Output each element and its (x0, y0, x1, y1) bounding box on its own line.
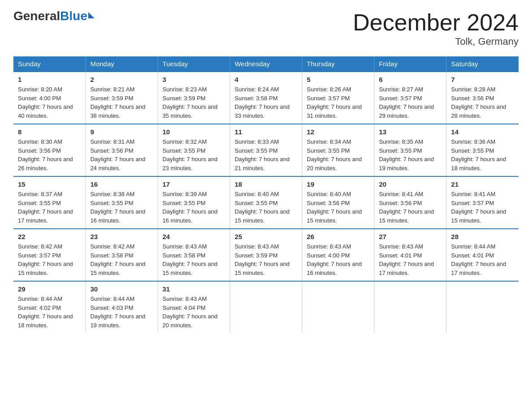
day-number: 26 (307, 233, 369, 240)
weekday-header-friday: Friday (374, 56, 446, 72)
day-number: 12 (307, 128, 369, 136)
day-number: 5 (307, 76, 369, 83)
day-info: Sunrise: 8:20 AMSunset: 4:00 PMDaylight:… (18, 85, 81, 120)
day-info: Sunrise: 8:36 AMSunset: 3:55 PMDaylight:… (451, 137, 514, 172)
day-number: 14 (451, 128, 514, 136)
calendar-week-row: 29 Sunrise: 8:44 AMSunset: 4:02 PMDaylig… (13, 281, 519, 333)
day-number: 21 (451, 180, 514, 188)
day-number: 4 (235, 76, 297, 83)
day-number: 6 (379, 76, 442, 83)
day-info: Sunrise: 8:38 AMSunset: 3:55 PMDaylight:… (90, 190, 153, 225)
day-number: 31 (163, 285, 225, 293)
calendar-cell: 18 Sunrise: 8:40 AMSunset: 3:55 PMDaylig… (230, 176, 302, 229)
calendar-cell: 14 Sunrise: 8:36 AMSunset: 3:55 PMDaylig… (446, 124, 519, 176)
day-number: 18 (235, 180, 297, 188)
calendar-week-row: 1 Sunrise: 8:20 AMSunset: 4:00 PMDayligh… (13, 72, 519, 124)
day-number: 11 (235, 128, 297, 136)
day-number: 20 (379, 180, 442, 188)
calendar-cell: 5 Sunrise: 8:26 AMSunset: 3:57 PMDayligh… (302, 72, 374, 124)
logo-blue-text: Blue (60, 9, 87, 23)
day-number: 23 (90, 233, 153, 240)
day-info: Sunrise: 8:41 AMSunset: 3:57 PMDaylight:… (451, 190, 514, 225)
calendar-cell (230, 281, 302, 333)
logo-blue-box: Blue (60, 9, 94, 23)
day-number: 8 (18, 128, 81, 136)
calendar-cell: 17 Sunrise: 8:39 AMSunset: 3:55 PMDaylig… (158, 176, 230, 229)
day-info: Sunrise: 8:42 AMSunset: 3:58 PMDaylight:… (90, 242, 153, 277)
calendar-cell: 8 Sunrise: 8:30 AMSunset: 3:56 PMDayligh… (13, 124, 86, 176)
calendar-cell: 15 Sunrise: 8:37 AMSunset: 3:55 PMDaylig… (13, 176, 86, 229)
calendar-cell: 6 Sunrise: 8:27 AMSunset: 3:57 PMDayligh… (374, 72, 446, 124)
day-info: Sunrise: 8:44 AMSunset: 4:02 PMDaylight:… (18, 295, 81, 330)
day-number: 30 (90, 285, 153, 293)
location-label: Tolk, Germany (353, 36, 519, 47)
calendar-week-row: 15 Sunrise: 8:37 AMSunset: 3:55 PMDaylig… (13, 176, 519, 229)
day-info: Sunrise: 8:37 AMSunset: 3:55 PMDaylight:… (18, 190, 81, 225)
calendar-cell: 25 Sunrise: 8:43 AMSunset: 3:59 PMDaylig… (230, 229, 302, 281)
day-info: Sunrise: 8:39 AMSunset: 3:55 PMDaylight:… (163, 190, 225, 225)
weekday-header-monday: Monday (86, 56, 158, 72)
day-number: 25 (235, 233, 297, 240)
calendar-cell (374, 281, 446, 333)
calendar-cell: 31 Sunrise: 8:43 AMSunset: 4:04 PMDaylig… (158, 281, 230, 333)
calendar-cell: 1 Sunrise: 8:20 AMSunset: 4:00 PMDayligh… (13, 72, 86, 124)
calendar-cell: 12 Sunrise: 8:34 AMSunset: 3:55 PMDaylig… (302, 124, 374, 176)
title-block: December 2024 Tolk, Germany (353, 9, 519, 47)
day-number: 28 (451, 233, 514, 240)
day-number: 22 (18, 233, 81, 240)
weekday-header-wednesday: Wednesday (230, 56, 302, 72)
day-number: 17 (163, 180, 225, 188)
day-info: Sunrise: 8:41 AMSunset: 3:56 PMDaylight:… (379, 190, 442, 225)
calendar-cell: 29 Sunrise: 8:44 AMSunset: 4:02 PMDaylig… (13, 281, 86, 333)
day-number: 15 (18, 180, 81, 188)
calendar-cell: 24 Sunrise: 8:43 AMSunset: 3:58 PMDaylig… (158, 229, 230, 281)
calendar-cell: 13 Sunrise: 8:35 AMSunset: 3:55 PMDaylig… (374, 124, 446, 176)
day-number: 27 (379, 233, 442, 240)
calendar-cell: 21 Sunrise: 8:41 AMSunset: 3:57 PMDaylig… (446, 176, 519, 229)
day-info: Sunrise: 8:21 AMSunset: 3:59 PMDaylight:… (90, 85, 153, 120)
day-info: Sunrise: 8:43 AMSunset: 4:00 PMDaylight:… (307, 242, 369, 277)
calendar-cell: 28 Sunrise: 8:44 AMSunset: 4:01 PMDaylig… (446, 229, 519, 281)
month-title: December 2024 (353, 9, 519, 36)
page-header: General Blue December 2024 Tolk, Germany (13, 9, 519, 47)
calendar-cell: 26 Sunrise: 8:43 AMSunset: 4:00 PMDaylig… (302, 229, 374, 281)
weekday-header-tuesday: Tuesday (158, 56, 230, 72)
calendar-cell: 22 Sunrise: 8:42 AMSunset: 3:57 PMDaylig… (13, 229, 86, 281)
day-info: Sunrise: 8:43 AMSunset: 4:01 PMDaylight:… (379, 242, 442, 277)
calendar-cell: 11 Sunrise: 8:33 AMSunset: 3:55 PMDaylig… (230, 124, 302, 176)
day-info: Sunrise: 8:32 AMSunset: 3:55 PMDaylight:… (163, 137, 225, 172)
calendar-week-row: 22 Sunrise: 8:42 AMSunset: 3:57 PMDaylig… (13, 229, 519, 281)
calendar-cell: 10 Sunrise: 8:32 AMSunset: 3:55 PMDaylig… (158, 124, 230, 176)
day-number: 10 (163, 128, 225, 136)
day-info: Sunrise: 8:26 AMSunset: 3:57 PMDaylight:… (307, 85, 369, 120)
day-info: Sunrise: 8:34 AMSunset: 3:55 PMDaylight:… (307, 137, 369, 172)
day-info: Sunrise: 8:31 AMSunset: 3:56 PMDaylight:… (90, 137, 153, 172)
weekday-header-saturday: Saturday (446, 56, 519, 72)
day-number: 2 (90, 76, 153, 83)
day-number: 16 (90, 180, 153, 188)
day-number: 7 (451, 76, 514, 83)
calendar-table: SundayMondayTuesdayWednesdayThursdayFrid… (13, 56, 519, 333)
day-info: Sunrise: 8:30 AMSunset: 3:56 PMDaylight:… (18, 137, 81, 172)
calendar-cell: 3 Sunrise: 8:23 AMSunset: 3:59 PMDayligh… (158, 72, 230, 124)
logo: General Blue (13, 9, 94, 23)
calendar-cell (302, 281, 374, 333)
calendar-cell: 30 Sunrise: 8:44 AMSunset: 4:03 PMDaylig… (86, 281, 158, 333)
day-number: 9 (90, 128, 153, 136)
calendar-cell: 27 Sunrise: 8:43 AMSunset: 4:01 PMDaylig… (374, 229, 446, 281)
day-number: 19 (307, 180, 369, 188)
day-info: Sunrise: 8:44 AMSunset: 4:01 PMDaylight:… (451, 242, 514, 277)
calendar-cell: 4 Sunrise: 8:24 AMSunset: 3:58 PMDayligh… (230, 72, 302, 124)
day-number: 13 (379, 128, 442, 136)
calendar-cell (446, 281, 519, 333)
day-number: 29 (18, 285, 81, 293)
day-info: Sunrise: 8:43 AMSunset: 3:59 PMDaylight:… (235, 242, 297, 277)
day-info: Sunrise: 8:35 AMSunset: 3:55 PMDaylight:… (379, 137, 442, 172)
weekday-header-thursday: Thursday (302, 56, 374, 72)
calendar-cell: 7 Sunrise: 8:28 AMSunset: 3:56 PMDayligh… (446, 72, 519, 124)
calendar-cell: 19 Sunrise: 8:40 AMSunset: 3:56 PMDaylig… (302, 176, 374, 229)
calendar-cell: 9 Sunrise: 8:31 AMSunset: 3:56 PMDayligh… (86, 124, 158, 176)
day-info: Sunrise: 8:24 AMSunset: 3:58 PMDaylight:… (235, 85, 297, 120)
day-info: Sunrise: 8:42 AMSunset: 3:57 PMDaylight:… (18, 242, 81, 277)
day-info: Sunrise: 8:28 AMSunset: 3:56 PMDaylight:… (451, 85, 514, 120)
